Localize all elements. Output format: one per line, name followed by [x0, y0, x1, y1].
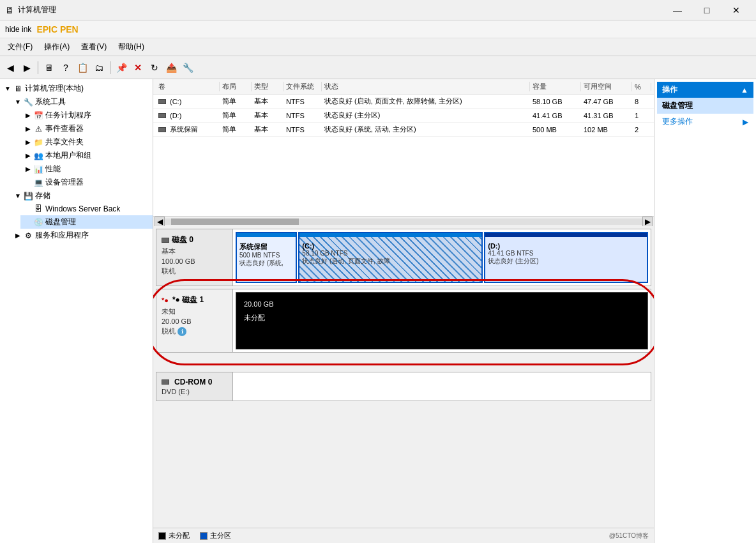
task-scheduler-toggle[interactable]: ▶ [23, 111, 33, 121]
task-scheduler-label: 任务计划程序 [45, 110, 91, 121]
disk1-wrapper: *● *● 磁盘 1 未知 20.00 GB 脱机 ℹ 20.00 GB [156, 289, 651, 353]
cdrom-label: CD-ROM 0 DVD (E:) [156, 372, 233, 401]
help-button[interactable]: ? [58, 60, 73, 75]
row2-capacity: 41.41 GB [530, 112, 581, 119]
table-row[interactable]: 系统保留 简单 基本 NTFS 状态良好 (系统, 活动, 主分区) 500 M… [153, 123, 654, 137]
menu-action[interactable]: 操作(A) [39, 40, 75, 54]
disk1-partitions: 20.00 GB 未分配 [233, 289, 651, 352]
sidebar-system-tools[interactable]: ▼ 🔧 系统工具 [10, 95, 153, 109]
sidebar-storage[interactable]: ▼ 💾 存储 [10, 189, 153, 203]
sidebar-task-scheduler[interactable]: ▶ 📅 任务计划程序 [20, 109, 153, 122]
col-type: 类型 [252, 82, 284, 91]
row1-fs: NTFS [284, 98, 322, 105]
stop-button[interactable]: ✕ [130, 60, 146, 75]
epic-pen-label: EPIC PEN [36, 24, 78, 34]
disk0-size: 100.00 GB [162, 257, 227, 265]
disk0-status: 联机 [162, 266, 227, 276]
system-tools-toggle[interactable]: ▼ [13, 97, 23, 107]
row3-name: 系统保留 [156, 125, 220, 134]
forward-button[interactable]: ▶ [19, 60, 34, 75]
scrollbar-track[interactable] [165, 218, 642, 225]
cdrom-container: CD-ROM 0 DVD (E:) [156, 372, 651, 401]
export-button[interactable]: 📤 [163, 60, 179, 75]
disk0-partitions: 系统保留 500 MB NTFS 状态良好 (系统, (C:) 58.10 GB… [233, 229, 651, 286]
cdrom-content [233, 372, 651, 401]
disk-mgmt-icon: 💿 [33, 217, 43, 227]
sidebar-disk-management[interactable]: 💿 磁盘管理 [20, 215, 153, 229]
disk0-part-d[interactable]: (D:) 41.41 GB NTFS 状态良好 (主分区) [484, 232, 648, 283]
action-disk-management[interactable]: 磁盘管理 [657, 98, 753, 114]
row1-layout: 简单 [220, 96, 252, 106]
menu-file[interactable]: 文件(F) [3, 40, 38, 54]
row1-pct: 8 [632, 98, 651, 105]
col-capacity: 容量 [530, 82, 581, 91]
maximize-button[interactable]: □ [692, 0, 722, 20]
disk0-part-c[interactable]: (C:) 58.10 GB NTFS 状态良好 (启动, 页面文件, 故障 [298, 232, 483, 283]
local-users-toggle[interactable]: ▶ [23, 151, 33, 161]
row3-layout: 简单 [220, 125, 252, 134]
row2-status: 状态良好 (主分区) [322, 111, 530, 120]
cdrom-title: CD-ROM 0 [162, 378, 227, 386]
wsb-toggle[interactable] [23, 204, 33, 214]
disk0-part-sysreserved[interactable]: 系统保留 500 MB NTFS 状态良好 (系统, [236, 232, 297, 283]
sidebar-performance[interactable]: ▶ 📊 性能 [20, 162, 153, 176]
root-toggle[interactable]: ▼ [3, 84, 13, 94]
menu-view[interactable]: 查看(V) [76, 40, 112, 54]
sidebar-root[interactable]: ▼ 🖥 计算机管理(本地) [0, 82, 153, 95]
close-button[interactable]: ✕ [722, 0, 751, 20]
wsb-label: Windows Server Back [45, 204, 120, 213]
scroll-right-btn[interactable]: ▶ [642, 217, 653, 227]
toolbar: ◀ ▶ 🖥 ? 📋 🗂 📌 ✕ ↻ 📤 🔧 [0, 56, 756, 79]
sidebar-device-manager[interactable]: 💻 设备管理器 [20, 176, 153, 189]
table-row[interactable]: (C:) 简单 基本 NTFS 状态良好 (启动, 页面文件, 故障转储, 主分… [153, 95, 654, 109]
up-button[interactable]: 🖥 [42, 60, 57, 75]
dm-toggle[interactable] [23, 217, 33, 227]
minimize-button[interactable]: — [663, 0, 692, 20]
actions-expand-icon[interactable]: ▲ [741, 86, 748, 95]
row2-layout: 简单 [220, 111, 252, 120]
users-icon: 👥 [33, 151, 43, 161]
event-viewer-toggle[interactable]: ▶ [23, 124, 33, 134]
horizontal-scrollbar[interactable]: ◀ ▶ [153, 216, 654, 226]
shared-folders-toggle[interactable]: ▶ [23, 137, 33, 148]
status-bar: 未分配 主分区 @51CTO博客 [153, 528, 654, 543]
row3-fs: NTFS [284, 126, 322, 134]
disk1-label: *● *● 磁盘 1 未知 20.00 GB 脱机 ℹ [156, 289, 233, 352]
row1-free: 47.47 GB [581, 98, 632, 105]
row1-status: 状态良好 (启动, 页面文件, 故障转储, 主分区) [322, 96, 530, 106]
row1-type: 基本 [252, 96, 284, 106]
props-button[interactable]: 🔧 [180, 60, 195, 75]
pin-button[interactable]: 📌 [114, 60, 129, 75]
action-more[interactable]: 更多操作 ▶ [657, 114, 753, 130]
nav-button[interactable]: 🗂 [91, 60, 107, 75]
table-row[interactable]: (D:) 简单 基本 NTFS 状态良好 (主分区) 41.41 GB 41.3… [153, 109, 654, 123]
sidebar-shared-folders[interactable]: ▶ 📁 共享文件夹 [20, 135, 153, 149]
menu-help[interactable]: 帮助(H) [113, 40, 149, 54]
refresh-button[interactable]: ↻ [147, 60, 162, 75]
column-headers: 卷 布局 类型 文件系统 状态 容量 可用空间 % [153, 79, 654, 95]
services-icon: ⚙ [23, 231, 33, 241]
sidebar-event-viewer[interactable]: ▶ ⚠ 事件查看器 [20, 122, 153, 135]
disk1-status: 脱机 ℹ [162, 326, 227, 336]
row3-type: 基本 [252, 125, 284, 134]
part-header-d [485, 233, 647, 237]
info-icon[interactable]: ℹ [178, 327, 186, 336]
device-manager-toggle[interactable] [23, 178, 33, 188]
row3-pct: 2 [632, 126, 651, 134]
app-title: 计算机管理 [18, 4, 56, 15]
disk1-part-unalloc[interactable]: 20.00 GB 未分配 [236, 292, 648, 349]
view-button[interactable]: 📋 [75, 60, 90, 75]
hide-ink-label: hide ink [5, 25, 31, 34]
performance-toggle[interactable]: ▶ [23, 164, 33, 174]
sidebar-windows-server-backup[interactable]: 🗄 Windows Server Back [20, 203, 153, 215]
back-button[interactable]: ◀ [3, 60, 18, 75]
sidebar-local-users[interactable]: ▶ 👥 本地用户和组 [20, 149, 153, 162]
storage-toggle[interactable]: ▼ [13, 191, 23, 201]
table-area: (C:) 简单 基本 NTFS 状态良好 (启动, 页面文件, 故障转储, 主分… [153, 95, 654, 216]
scroll-left-btn[interactable]: ◀ [155, 217, 165, 227]
sidebar-services-apps[interactable]: ▶ ⚙ 服务和应用程序 [10, 229, 153, 242]
services-toggle[interactable]: ▶ [13, 231, 23, 241]
center-panel: 卷 布局 类型 文件系统 状态 容量 可用空间 % (C:) 简单 基本 NTF… [153, 79, 654, 543]
scrollbar-thumb[interactable] [171, 218, 299, 225]
toolbar-separator-1 [38, 61, 38, 74]
